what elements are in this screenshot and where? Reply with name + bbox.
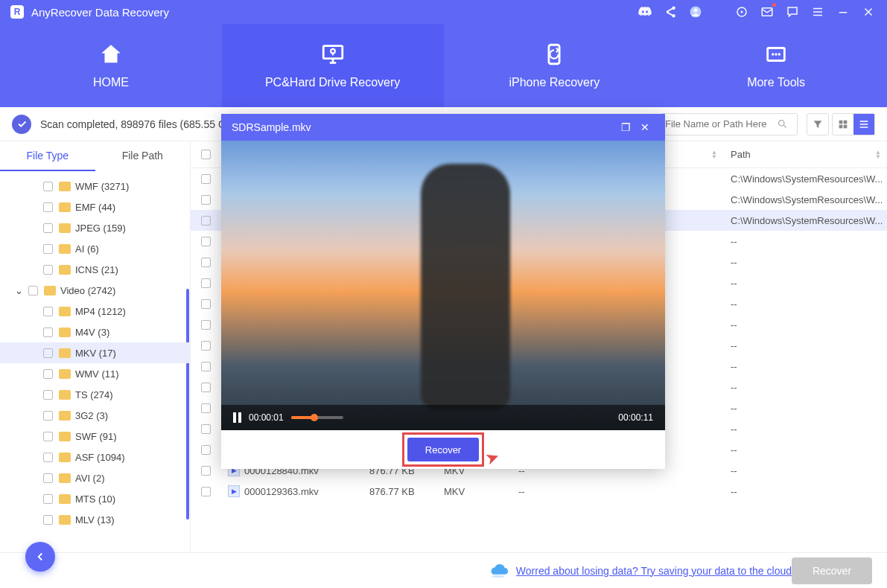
minimize-icon[interactable] <box>835 4 851 20</box>
tree-item[interactable]: JPEG (159) <box>0 217 190 238</box>
nav-more-tools[interactable]: More Tools <box>665 24 887 107</box>
search-input[interactable] <box>665 118 777 130</box>
sort-path-icon[interactable]: ▲▼ <box>875 150 881 159</box>
tree-item[interactable]: MP4 (1212) <box>0 301 190 322</box>
tree-checkbox[interactable] <box>43 515 53 525</box>
row-checkbox[interactable] <box>201 445 211 455</box>
tree-item[interactable]: AVI (2) <box>0 467 190 488</box>
tree-checkbox[interactable] <box>43 244 53 254</box>
recover-button[interactable]: Recover <box>792 557 872 584</box>
tree-item[interactable]: 3G2 (3) <box>0 405 190 426</box>
mail-icon[interactable] <box>759 4 775 20</box>
tree-checkbox[interactable] <box>43 182 53 191</box>
nav-home[interactable]: HOME <box>0 24 222 107</box>
select-all-checkbox[interactable] <box>201 150 211 159</box>
modal-titlebar[interactable]: SDRSample.mkv ❐ ✕ <box>221 114 665 141</box>
tree-checkbox[interactable] <box>43 411 53 421</box>
tree-checkbox[interactable] <box>43 494 53 504</box>
tree-item[interactable]: AI (6) <box>0 238 190 259</box>
target-icon[interactable] <box>734 4 750 20</box>
tree-checkbox[interactable] <box>43 369 53 379</box>
nav-iphone-recovery[interactable]: iPhone Recovery <box>444 24 666 107</box>
tab-file-path[interactable]: File Path <box>95 141 191 171</box>
tree-item[interactable]: MLV (13) <box>0 509 190 530</box>
row-checkbox[interactable] <box>201 320 211 330</box>
modal-title: SDRSample.mkv <box>232 121 616 133</box>
row-checkbox[interactable] <box>201 195 211 205</box>
file-size: 876.77 KB <box>362 486 436 497</box>
row-checkbox[interactable] <box>201 466 211 476</box>
modal-maximize-icon[interactable]: ❐ <box>616 121 635 133</box>
folder-icon <box>59 515 71 525</box>
tree-item[interactable]: WMV (11) <box>0 363 190 384</box>
search-icon[interactable] <box>777 118 788 130</box>
tree-label: WMV (11) <box>75 368 119 380</box>
tree-checkbox[interactable] <box>43 202 53 212</box>
tree-checkbox[interactable] <box>43 348 53 358</box>
tree-item[interactable]: ASF (1094) <box>0 447 190 467</box>
feedback-icon[interactable] <box>784 4 801 20</box>
discord-icon[interactable] <box>637 4 653 20</box>
tree-checkbox[interactable] <box>43 223 53 233</box>
video-preview[interactable]: 00:00:01 00:00:11 <box>221 141 665 430</box>
tree-checkbox[interactable] <box>43 473 53 483</box>
folder-icon <box>59 369 71 379</box>
table-row[interactable]: ▶0000129363.mkv876.77 KBMKV---- <box>191 481 887 502</box>
pause-button[interactable] <box>233 412 241 423</box>
search-box[interactable] <box>660 113 798 135</box>
row-checkbox[interactable] <box>201 383 211 392</box>
tree-checkbox[interactable] <box>43 390 53 400</box>
modal-close-icon[interactable]: ✕ <box>635 121 655 133</box>
row-checkbox[interactable] <box>201 487 211 496</box>
app-title: AnyRecover Data Recovery <box>31 6 628 19</box>
tree-checkbox[interactable] <box>43 453 53 462</box>
svg-point-10 <box>775 53 777 55</box>
file-path: -- <box>723 319 887 330</box>
tree-checkbox[interactable] <box>43 327 53 337</box>
tree-item[interactable]: WMF (3271) <box>0 176 190 196</box>
cloud-save-link[interactable]: Worred about losing data? Try saving you… <box>516 565 792 577</box>
video-seek-bar[interactable] <box>291 416 343 419</box>
row-checkbox[interactable] <box>201 362 211 371</box>
tree-item[interactable]: ICNS (21) <box>0 259 190 280</box>
row-checkbox[interactable] <box>201 278 211 288</box>
row-checkbox[interactable] <box>201 258 211 267</box>
chevron-down-icon[interactable]: ⌄ <box>15 285 22 296</box>
row-checkbox[interactable] <box>201 341 211 351</box>
row-checkbox[interactable] <box>201 424 211 434</box>
tree-label: MTS (10) <box>75 493 115 505</box>
tree-checkbox[interactable] <box>43 265 53 275</box>
user-icon[interactable] <box>687 4 704 20</box>
tree-category[interactable]: ⌄Video (2742) <box>0 280 190 301</box>
row-checkbox[interactable] <box>201 403 211 413</box>
share-icon[interactable] <box>662 4 678 20</box>
sort-created-icon[interactable]: ▲▼ <box>711 150 717 159</box>
tree-item[interactable]: EMF (44) <box>0 196 190 217</box>
tree-item[interactable]: TS (274) <box>0 384 190 405</box>
menu-icon[interactable] <box>810 4 826 20</box>
tab-file-type[interactable]: File Type <box>0 141 95 171</box>
col-path[interactable]: Path <box>731 149 751 160</box>
tree-item[interactable]: MTS (10) <box>0 488 190 509</box>
modal-recover-button[interactable]: Recover <box>407 438 479 461</box>
back-button[interactable] <box>25 542 55 572</box>
nav-pc-recovery[interactable]: PC&Hard Drive Recovery <box>222 24 444 107</box>
row-checkbox[interactable] <box>201 237 211 246</box>
tree-item[interactable]: SWF (91) <box>0 426 190 447</box>
filter-button[interactable] <box>807 113 829 135</box>
grid-view-button[interactable] <box>833 114 853 135</box>
folder-icon <box>59 244 71 254</box>
row-checkbox[interactable] <box>201 299 211 309</box>
tree-item[interactable]: M4V (3) <box>0 322 190 342</box>
tree-checkbox[interactable] <box>43 432 53 441</box>
footer: Worred about losing data? Try saving you… <box>0 552 887 588</box>
close-icon[interactable] <box>860 4 877 20</box>
tree-label: MLV (13) <box>75 514 115 525</box>
row-checkbox[interactable] <box>201 174 211 184</box>
tree-checkbox[interactable] <box>28 286 38 295</box>
row-checkbox[interactable] <box>201 216 211 226</box>
svg-rect-16 <box>844 124 848 128</box>
list-view-button[interactable] <box>853 114 874 135</box>
tree-checkbox[interactable] <box>43 307 53 316</box>
tree-item[interactable]: MKV (17) <box>0 342 190 363</box>
